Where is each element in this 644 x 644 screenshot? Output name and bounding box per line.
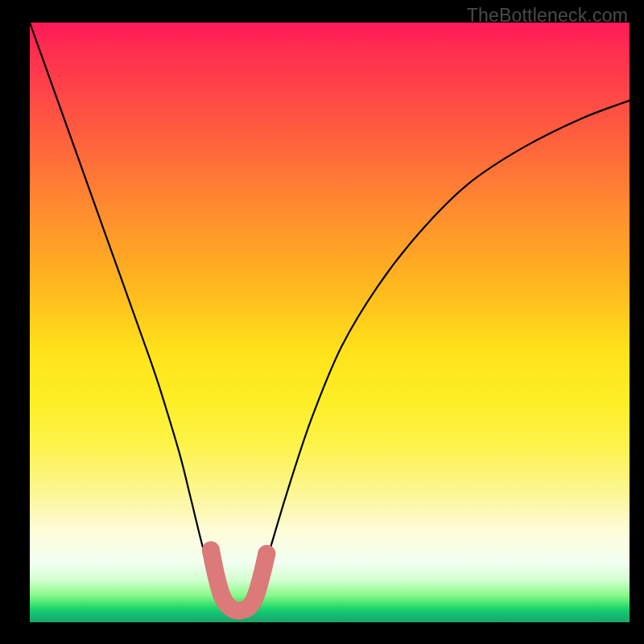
bottleneck-curve [30,23,630,611]
svg-point-0 [202,542,220,559]
watermark-text: TheBottleneck.com [467,5,628,27]
plot-area [30,23,630,622]
curve-layer [30,23,630,622]
chart-frame: TheBottleneck.com [0,0,644,644]
optimal-range-marker [202,542,275,611]
svg-point-1 [258,545,275,563]
